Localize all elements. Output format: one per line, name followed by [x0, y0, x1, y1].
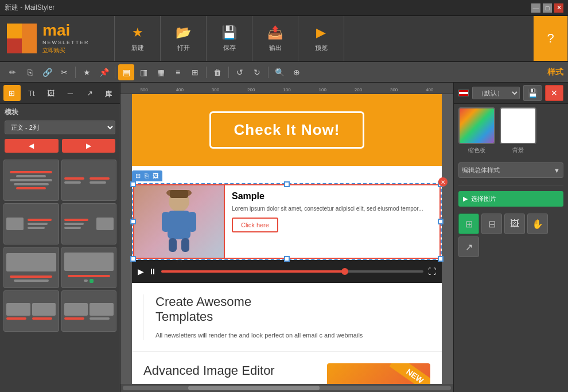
minimize-button[interactable]: — [531, 3, 540, 13]
handle-bl[interactable] [130, 256, 136, 262]
buy-link[interactable]: 立即购买 [42, 46, 90, 55]
module-item-4[interactable] [61, 203, 117, 244]
handle-br[interactable] [438, 256, 443, 262]
canvas-scroll[interactable]: Check It Now! ⊞ ⎘ 🖼 ✕ [120, 94, 453, 384]
zoom-out-tool[interactable]: 🔍 [271, 64, 287, 80]
module-dropdown[interactable]: 正文 - 2列 [5, 121, 115, 134]
pin-tool[interactable]: 📌 [96, 64, 112, 80]
svg-rect-1 [168, 211, 190, 239]
rp-grid-tool[interactable]: ⊞ [458, 214, 479, 234]
pause-button[interactable]: ⏸ [149, 267, 157, 276]
library-label: 库 [100, 86, 116, 100]
scissors-tool[interactable]: ✂ [56, 64, 72, 80]
play-button[interactable]: ▶ [138, 267, 144, 276]
click-here-link[interactable]: Click here [232, 218, 278, 232]
m2-col1 [64, 177, 88, 184]
tab-grid[interactable]: ⊞ [3, 85, 21, 101]
bit-grid-icon[interactable]: ⊞ [134, 172, 142, 180]
handle-tm[interactable] [284, 181, 290, 187]
module-item-6[interactable] [61, 247, 117, 288]
sidebar-nav: ◀ ▶ [0, 137, 120, 155]
m1-l5 [16, 187, 46, 189]
h-scrollbar-thumb [188, 386, 320, 390]
block-left-col: ↔ [133, 184, 225, 259]
ruler: 500 400 300 200 100 100 200 300 400 [120, 83, 453, 94]
rp-image-tool[interactable]: 🖼 [504, 214, 525, 234]
module-item-3[interactable] [3, 203, 59, 244]
m5-img [6, 253, 56, 271]
align-left-tool[interactable]: ▤ [118, 64, 134, 80]
rp-flag [458, 90, 469, 96]
align-center-tool[interactable]: ▥ [135, 64, 151, 80]
preview-button[interactable]: ▶ 预览 [298, 16, 344, 61]
m3-r1 [6, 218, 56, 230]
bit-img-icon[interactable]: 🖼 [151, 172, 160, 180]
rp-delete-btn[interactable]: ✕ [545, 85, 563, 101]
rp-table-tool[interactable]: ⊟ [481, 214, 502, 234]
prev-button[interactable]: ◀ [5, 139, 59, 153]
m1-l2 [16, 175, 46, 177]
rp-share-tool[interactable]: ↗ [458, 236, 479, 257]
m6-img [64, 253, 114, 271]
svg-rect-7 [170, 190, 188, 198]
sample-title: Sample [232, 191, 433, 201]
tab-share[interactable]: ↗ [81, 85, 98, 101]
grid-tool[interactable]: ⊞ [187, 64, 203, 80]
undo-tool[interactable]: ↺ [232, 64, 248, 80]
color-palette-swatch[interactable] [458, 107, 495, 144]
align-right-tool[interactable]: ▦ [153, 64, 169, 80]
m8-l1 [64, 317, 84, 320]
export-icon: 📤 [267, 25, 283, 40]
fullscreen-button[interactable]: ⛶ [428, 267, 436, 276]
handle-bm[interactable] [284, 256, 290, 262]
rp-save-btn[interactable]: 💾 [523, 85, 542, 101]
redo-tool[interactable]: ↻ [249, 64, 265, 80]
help-button[interactable]: ? [534, 16, 568, 61]
m7-l1 [6, 317, 26, 320]
m4-r1 [64, 218, 114, 230]
module-item-7[interactable] [3, 290, 59, 332]
module-item-8[interactable] [61, 290, 117, 332]
block-close-handle[interactable]: ✕ [438, 177, 448, 187]
content-block[interactable]: ⊞ ⎘ 🖼 ✕ [132, 183, 442, 260]
module-item-1[interactable] [3, 160, 59, 201]
justify-tool[interactable]: ≡ [170, 64, 186, 80]
maximize-button[interactable]: □ [543, 3, 552, 13]
lang-select[interactable]: （默认） [472, 87, 520, 99]
hero-cta-button[interactable]: Check It Now! [209, 111, 365, 149]
tab-divider[interactable]: ─ [61, 85, 79, 101]
zoom-in-tool[interactable]: ⊕ [289, 64, 305, 80]
ruler-400l: 400 [176, 87, 184, 92]
close-button[interactable]: ✕ [554, 3, 563, 13]
new-button[interactable]: ★ 新建 [115, 16, 161, 61]
module-item-2[interactable] [61, 160, 117, 201]
link-tool[interactable]: 🔗 [39, 64, 55, 80]
next-button[interactable]: ▶ [62, 139, 116, 153]
module-item-5[interactable] [3, 247, 59, 288]
select-image-btn[interactable]: ▶ 选择图片 [458, 191, 563, 207]
m6-badge [90, 279, 94, 283]
rp-hand-tool[interactable]: ✋ [527, 214, 548, 234]
open-label: 打开 [177, 44, 190, 52]
star-tool[interactable]: ★ [79, 64, 95, 80]
rp-tools: ⊞ ⊟ 🖼 ✋ ↗ [454, 210, 568, 261]
background-swatch[interactable] [500, 107, 536, 144]
resize-arrow[interactable]: ↔ [174, 255, 184, 267]
save-button[interactable]: 💾 保存 [207, 16, 252, 61]
copy-tool[interactable]: ⎘ [22, 64, 38, 80]
trash-tool[interactable]: 🗑 [209, 64, 225, 80]
tab-image[interactable]: 🖼 [42, 85, 60, 101]
export-button[interactable]: 📤 输出 [252, 16, 298, 61]
bit-copy-icon[interactable]: ⎘ [143, 172, 150, 180]
handle-tl[interactable] [130, 181, 136, 187]
tab-text[interactable]: Tt [23, 85, 40, 101]
handle-rm[interactable] [438, 219, 443, 224]
h-scrollbar[interactable] [123, 386, 451, 390]
preview-icon: ▶ [316, 25, 326, 40]
handle-lm[interactable] [130, 219, 136, 224]
edit-style-btn[interactable]: 编辑总体样式 ▼ [458, 162, 563, 178]
adv-section: NEW WOW Advanced Image Editor Overlay im… [132, 351, 442, 384]
video-progress[interactable] [161, 270, 423, 273]
open-button[interactable]: 📂 打开 [161, 16, 207, 61]
pencil-tool[interactable]: ✏ [5, 64, 21, 80]
